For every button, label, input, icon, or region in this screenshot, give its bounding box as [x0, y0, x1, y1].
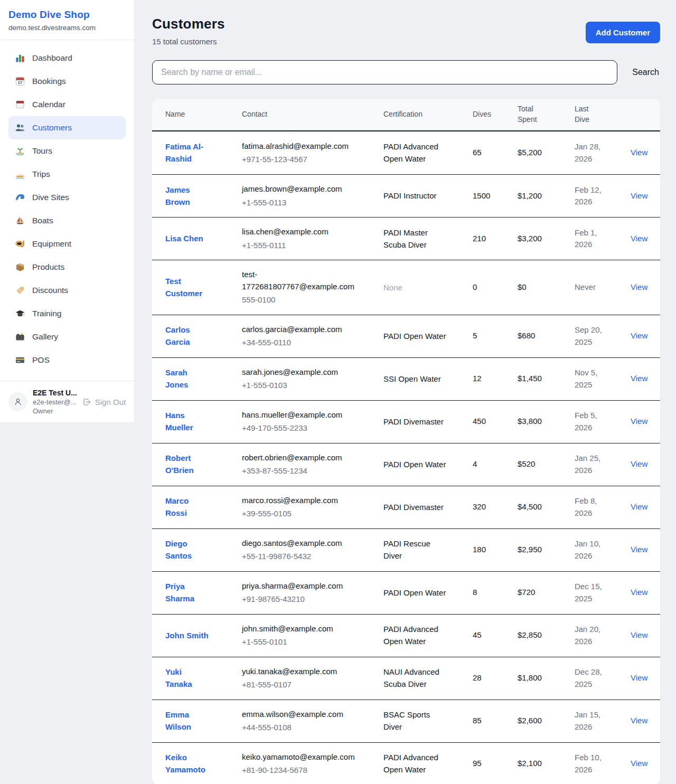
customer-email: fatima.alrashid@example.com	[242, 140, 357, 153]
customer-name-link[interactable]: John Smith	[165, 629, 209, 641]
column-header-last-dive: Last Dive	[575, 104, 601, 125]
view-link[interactable]: View	[631, 282, 647, 291]
total-spent: $2,950	[518, 544, 575, 556]
dives-count: 65	[473, 147, 518, 159]
sidebar-item-training[interactable]: Training	[8, 302, 126, 325]
sidebar-item-calendar[interactable]: Calendar	[8, 93, 126, 116]
view-link[interactable]: View	[631, 502, 647, 511]
page-header-text: Customers 15 total customers	[152, 16, 225, 46]
last-dive: Jan 28, 2026	[575, 141, 606, 165]
logout-icon	[82, 398, 91, 407]
view-link[interactable]: View	[631, 459, 647, 468]
view-link[interactable]: View	[631, 716, 647, 725]
certification: PADI Master Scuba Diver	[383, 226, 449, 251]
view-link[interactable]: View	[631, 630, 647, 639]
table-body: Fatima Al-Rashidfatima.alrashid@example.…	[152, 131, 660, 784]
view-link[interactable]: View	[631, 759, 647, 768]
customer-email: james.brown@example.com	[242, 183, 357, 195]
sidebar-item-customers[interactable]: Customers	[8, 116, 126, 139]
customer-name-link[interactable]: Diego Santos	[165, 537, 210, 562]
last-dive: Feb 5, 2026	[575, 410, 606, 433]
view-link[interactable]: View	[631, 417, 647, 426]
sidebar-item-trips[interactable]: Trips	[8, 163, 126, 186]
table-row: Hans Muellerhans.mueller@example.com+49-…	[152, 400, 660, 443]
sidebar-item-tours[interactable]: Tours	[8, 139, 126, 163]
certification: PADI Advanced Open Water	[383, 623, 449, 648]
sidebar-item-pos[interactable]: POS	[8, 348, 126, 372]
view-link[interactable]: View	[631, 191, 647, 200]
certification: PADI Open Water	[383, 458, 446, 470]
customer-name-link[interactable]: Test Customer	[165, 275, 210, 300]
customer-name-link[interactable]: Carlos Garcia	[165, 324, 210, 348]
dives-count: 85	[473, 715, 518, 727]
customer-name-link[interactable]: Priya Sharma	[165, 580, 210, 605]
view-link[interactable]: View	[631, 588, 647, 597]
view-link[interactable]: View	[631, 234, 647, 243]
sidebar-item-boats[interactable]: Boats	[8, 209, 126, 232]
sidebar: Demo Dive Shop demo.test.divestreams.com…	[0, 0, 135, 423]
customer-email: john.smith@example.com	[242, 623, 357, 635]
last-dive: Feb 1, 2026	[575, 227, 606, 251]
customer-email: priya.sharma@example.com	[242, 580, 357, 592]
customers-table: NameContactCertificationDivesTotal Spent…	[152, 99, 660, 784]
last-dive: Sep 20, 2025	[575, 324, 606, 348]
table-row: Robert O'Brienrobert.obrien@example.com+…	[152, 443, 660, 486]
sidebar-item-label: Customers	[32, 123, 72, 133]
customer-email: diego.santos@example.com	[242, 537, 357, 550]
dashboard-icon	[15, 53, 25, 63]
customer-name-link[interactable]: Keiko Yamamoto	[165, 751, 210, 776]
customer-name-link[interactable]: Robert O'Brien	[165, 452, 210, 477]
sidebar-item-products[interactable]: Products	[8, 256, 126, 279]
table-row: Emma Wilsonemma.wilson@example.com+44-55…	[152, 700, 660, 742]
view-link[interactable]: View	[631, 545, 647, 554]
customer-name-link[interactable]: Yuki Tanaka	[165, 666, 210, 691]
sidebar-item-label: Discounts	[32, 286, 68, 295]
certification: PADI Open Water	[383, 587, 446, 599]
certification: PADI Advanced Open Water	[383, 751, 449, 776]
customer-name-link[interactable]: James Brown	[165, 184, 210, 209]
sidebar-item-bookings[interactable]: 17Bookings	[8, 70, 126, 93]
customer-email: marco.rossi@example.com	[242, 495, 357, 507]
avatar	[8, 392, 27, 411]
add-customer-button[interactable]: Add Customer	[586, 22, 660, 43]
sidebar-item-equipment[interactable]: Equipment	[8, 232, 126, 256]
shop-title: Demo Dive Shop	[8, 9, 126, 21]
bookings-icon: 17	[15, 76, 25, 87]
customer-name-link[interactable]: Marco Rossi	[165, 495, 210, 519]
customer-name-link[interactable]: Sarah Jones	[165, 366, 210, 391]
customer-name-link[interactable]: Lisa Chen	[165, 232, 203, 244]
sidebar-item-dashboard[interactable]: Dashboard	[8, 46, 126, 70]
last-dive: Feb 12, 2026	[575, 184, 606, 208]
dives-count: 320	[473, 501, 518, 513]
customer-phone: +34-555-0110	[242, 337, 373, 349]
customer-name-link[interactable]: Emma Wilson	[165, 709, 210, 733]
customer-name-link[interactable]: Fatima Al-Rashid	[165, 140, 210, 165]
column-header-name: Name	[165, 109, 242, 120]
search-input[interactable]	[152, 60, 617, 84]
view-link[interactable]: View	[631, 673, 647, 682]
sidebar-item-label: Calendar	[32, 100, 65, 109]
view-link[interactable]: View	[631, 374, 647, 383]
customer-phone: +91-98765-43210	[242, 593, 373, 606]
trips-icon	[15, 169, 25, 180]
view-link[interactable]: View	[631, 148, 647, 157]
customer-email: lisa.chen@example.com	[242, 226, 357, 238]
sign-out-button[interactable]: Sign Out	[82, 398, 126, 407]
customer-email: robert.obrien@example.com	[242, 452, 357, 464]
sidebar-item-dive-sites[interactable]: Dive Sites	[8, 186, 126, 209]
total-spent: $520	[518, 458, 575, 470]
sign-out-label: Sign Out	[95, 398, 126, 407]
sidebar-item-discounts[interactable]: Discounts	[8, 279, 126, 302]
user-name: E2E Test U...	[33, 389, 77, 397]
view-link[interactable]: View	[631, 331, 647, 340]
user-role: Owner	[33, 407, 77, 415]
tours-icon	[15, 146, 25, 156]
sidebar-item-gallery[interactable]: Gallery	[8, 325, 126, 348]
sidebar-footer: E2E Test U... e2e-tester@... Owner Sign …	[0, 381, 134, 422]
dives-count: 0	[473, 281, 518, 294]
search-button[interactable]: Search	[631, 63, 660, 81]
customer-name-link[interactable]: Hans Mueller	[165, 409, 210, 434]
customer-email: emma.wilson@example.com	[242, 709, 357, 721]
discounts-icon	[15, 285, 25, 296]
sidebar-nav: Dashboard17BookingsCalendarCustomersTour…	[0, 40, 134, 378]
